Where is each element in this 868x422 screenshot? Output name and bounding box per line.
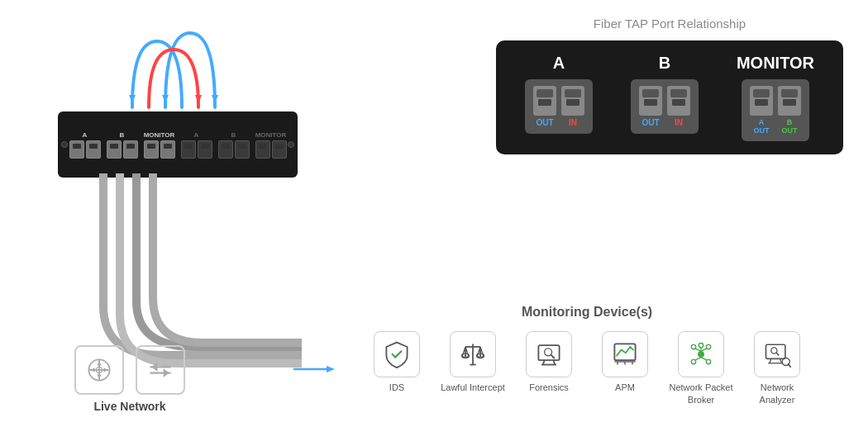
port-m-b-label: B [787, 118, 793, 126]
port-b-in-label: IN [675, 118, 683, 127]
port-b2 [123, 140, 138, 159]
port-slot-b-out: OUT [639, 86, 662, 127]
port-b1 [107, 140, 122, 159]
tap-device: A B MONITOR [58, 111, 298, 178]
svg-line-42 [695, 358, 701, 361]
port-section-monitor: MONITOR A OUT B OUT [737, 54, 814, 141]
fiber-curves-svg [91, 25, 273, 116]
search-analyze-icon [762, 339, 792, 369]
port-visual-a-in [561, 86, 584, 116]
port-a1 [69, 140, 84, 159]
device-icon-forensics [526, 331, 572, 377]
port-slot-a-in: IN [561, 86, 584, 127]
port-a-label: A [83, 131, 88, 139]
monitoring-section: Monitoring Device(s) IDS [331, 305, 843, 405]
port-b-out-label: OUT [641, 118, 659, 127]
port-a-out-label: OUT [536, 118, 553, 127]
svg-marker-0 [129, 95, 136, 103]
port-m-dim1 [255, 140, 270, 159]
tap-section: A B MONITOR [41, 17, 322, 413]
svg-rect-22 [538, 346, 559, 361]
monitoring-arrow [293, 363, 343, 379]
port-slot-b-in: IN [667, 86, 690, 127]
live-network: Live Network [74, 345, 185, 413]
chart-line-icon [610, 339, 640, 369]
svg-marker-53 [327, 366, 335, 372]
port-a2 [86, 140, 101, 159]
port-diagram-monitor: A OUT B OUT [742, 79, 809, 141]
fiber-tap-diagram: A OUT IN B OU [496, 40, 843, 154]
port-m-a-out-label: OUT [753, 126, 769, 135]
device-label-analyzer: Network Analyzer [744, 382, 810, 405]
screw-right [288, 141, 294, 148]
arrow-svg [293, 363, 343, 379]
port-group-monitor-active: MONITOR [144, 131, 175, 159]
svg-line-43 [701, 358, 707, 361]
svg-marker-3 [212, 95, 218, 103]
svg-marker-15 [151, 363, 157, 372]
crosshair-icon [84, 355, 114, 385]
device-label-forensics: Forensics [529, 382, 569, 393]
section-b-label: B [659, 54, 670, 73]
port-b-dim1 [218, 140, 233, 159]
port-slot-a-out: OUT [533, 86, 556, 127]
arrows-icon [145, 355, 175, 385]
section-a-label: A [553, 54, 565, 73]
page: A B MONITOR [0, 0, 868, 422]
monitoring-title: Monitoring Device(s) [331, 305, 843, 320]
port-m-b-out-label: OUT [781, 126, 797, 135]
device-analyzer: Network Analyzer [744, 331, 810, 405]
port-visual-m-a [750, 86, 773, 116]
svg-rect-44 [766, 345, 785, 359]
fiber-tap-title: Fiber TAP Port Relationship [496, 17, 843, 31]
forensics-icon [534, 339, 564, 369]
port-a-dim1 [181, 140, 196, 159]
svg-point-38 [699, 344, 703, 348]
svg-line-51 [789, 364, 791, 367]
svg-line-40 [695, 349, 701, 352]
svg-marker-10 [97, 374, 101, 378]
device-label-apm: APM [615, 382, 635, 393]
device-lawful: Lawful Intercept [440, 331, 506, 405]
port-m1 [144, 140, 159, 159]
port-group-a-dim: A [181, 131, 212, 159]
screw-left [61, 141, 68, 148]
port-group-monitor-dim: MONITOR [255, 131, 287, 159]
device-icon-apm [602, 331, 648, 377]
device-npb: Network Packet Broker [668, 331, 734, 405]
port-group-b-active: B [107, 131, 138, 159]
device-icon-lawful [450, 331, 496, 377]
port-m-a-label: A [759, 118, 765, 126]
port-slot-m-b: B OUT [778, 86, 801, 135]
live-network-icon2 [136, 345, 185, 395]
port-section-b: B OUT IN [631, 54, 699, 141]
port-b-dim2 [235, 140, 250, 159]
port-monitor-dim-label: MONITOR [255, 131, 287, 139]
shield-icon [382, 339, 412, 369]
device-ids: IDS [364, 331, 430, 405]
port-m-dim2 [272, 140, 287, 159]
port-a-in-label: IN [569, 118, 577, 127]
port-b-dim-label: B [231, 131, 236, 139]
monitoring-devices: IDS [331, 331, 843, 405]
svg-marker-9 [97, 361, 101, 365]
device-forensics: Forensics [516, 331, 582, 405]
svg-marker-12 [103, 367, 107, 372]
port-visual-b-in [667, 86, 690, 116]
svg-marker-11 [90, 367, 94, 372]
port-visual-m-b [778, 86, 801, 116]
port-slot-m-a: A OUT [750, 86, 773, 135]
svg-marker-16 [164, 368, 169, 377]
scale-icon [458, 339, 488, 369]
fiber-tap-section: Fiber TAP Port Relationship A OUT IN [496, 17, 843, 154]
svg-line-27 [551, 355, 555, 358]
port-b-label: B [120, 131, 125, 139]
device-label-ids: IDS [389, 382, 404, 393]
device-icon-ids [374, 331, 420, 377]
port-group-b-dim: B [218, 131, 250, 159]
port-a-dim2 [198, 140, 212, 159]
device-icon-analyzer [754, 331, 800, 377]
device-icon-npb [678, 331, 724, 377]
port-m2 [160, 140, 175, 159]
svg-point-33 [698, 352, 703, 358]
